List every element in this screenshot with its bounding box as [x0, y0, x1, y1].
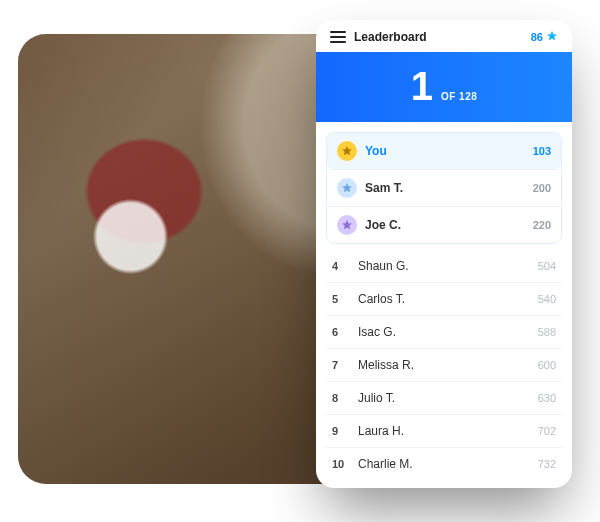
bronze-medal-icon: [337, 215, 357, 235]
svg-rect-2: [330, 41, 346, 43]
menu-icon[interactable]: [330, 31, 346, 43]
list-item[interactable]: 5Carlos T. 540: [326, 283, 562, 316]
podium-section: You 103 Sam T. 200 Joe C. 220: [326, 132, 562, 244]
rank-index: 6: [332, 326, 346, 338]
silver-medal-icon: [337, 178, 357, 198]
list-item[interactable]: 8Julio T. 630: [326, 382, 562, 415]
player-name: Isac G.: [358, 325, 396, 339]
podium-score: 103: [533, 145, 551, 157]
podium-name: You: [365, 144, 387, 158]
player-score: 630: [538, 392, 556, 404]
podium-name: Sam T.: [365, 181, 403, 195]
player-score: 702: [538, 425, 556, 437]
app-header: Leaderboard 86: [316, 20, 572, 52]
rank-banner: 1 OF 128: [316, 52, 572, 122]
list-item[interactable]: 9Laura H. 702: [326, 415, 562, 448]
rank-index: 4: [332, 260, 346, 272]
podium-row-self[interactable]: You 103: [327, 133, 561, 169]
list-item[interactable]: 4Shaun G. 504: [326, 250, 562, 283]
rank-number: 1: [411, 66, 433, 106]
rank-index: 5: [332, 293, 346, 305]
player-score: 732: [538, 458, 556, 470]
podium-score: 200: [533, 182, 551, 194]
rank-index: 10: [332, 458, 346, 470]
svg-rect-0: [330, 31, 346, 33]
ranking-list: 4Shaun G. 504 5Carlos T. 540 6Isac G. 58…: [326, 250, 562, 480]
star-icon: [546, 30, 558, 44]
points-value: 86: [531, 31, 543, 43]
player-name: Carlos T.: [358, 292, 405, 306]
rank-of-label: OF 128: [441, 91, 477, 102]
rank-index: 8: [332, 392, 346, 404]
player-name: Melissa R.: [358, 358, 414, 372]
leaderboard-card: Leaderboard 86 1 OF 128 You 103: [316, 20, 572, 488]
podium-row[interactable]: Joe C. 220: [327, 206, 561, 243]
player-score: 588: [538, 326, 556, 338]
player-name: Laura H.: [358, 424, 404, 438]
gold-medal-icon: [337, 141, 357, 161]
list-item[interactable]: 6Isac G. 588: [326, 316, 562, 349]
player-score: 600: [538, 359, 556, 371]
podium-name: Joe C.: [365, 218, 401, 232]
list-item[interactable]: 10Charlie M. 732: [326, 448, 562, 480]
rank-index: 7: [332, 359, 346, 371]
points-badge[interactable]: 86: [531, 30, 558, 44]
player-name: Charlie M.: [358, 457, 413, 471]
page-title: Leaderboard: [354, 30, 427, 44]
svg-rect-1: [330, 36, 346, 38]
player-score: 504: [538, 260, 556, 272]
player-name: Julio T.: [358, 391, 395, 405]
list-item[interactable]: 7Melissa R. 600: [326, 349, 562, 382]
podium-score: 220: [533, 219, 551, 231]
player-name: Shaun G.: [358, 259, 409, 273]
player-score: 540: [538, 293, 556, 305]
rank-index: 9: [332, 425, 346, 437]
podium-row[interactable]: Sam T. 200: [327, 169, 561, 206]
